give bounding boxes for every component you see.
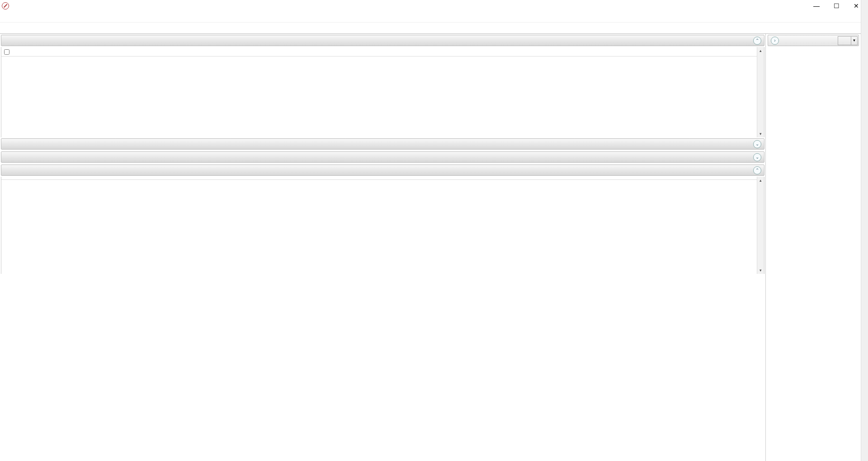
processes-table <box>1 47 757 56</box>
col-pid[interactable] <box>103 47 139 56</box>
checkbox-column[interactable] <box>1 47 12 56</box>
titlebar: — ☐ ✕ <box>0 0 868 12</box>
processes-table-wrap: ▴ ▾ <box>1 47 764 137</box>
scroll-down-icon[interactable]: ▾ <box>757 130 764 137</box>
expand-icon[interactable]: ⌄ <box>753 140 761 148</box>
scroll-up-icon[interactable]: ▴ <box>757 47 764 54</box>
expand-icon[interactable]: ⌄ <box>753 153 761 161</box>
maximize-button[interactable]: ☐ <box>826 0 846 12</box>
main-pane: ⌃ ▴ <box>0 34 766 461</box>
scroll-up-icon[interactable]: ▴ <box>757 177 764 184</box>
collapse-charts-icon[interactable]: › <box>771 37 779 45</box>
section-header-processes[interactable]: ⌃ <box>1 35 764 46</box>
tab-bar <box>0 23 868 34</box>
activity-metric-2 <box>292 142 299 146</box>
col-port[interactable] <box>590 177 644 180</box>
section-header-activity[interactable]: ⌄ <box>1 138 764 150</box>
minimize-button[interactable]: — <box>807 0 826 12</box>
ports-table-wrap: ▴ ▾ <box>1 177 764 274</box>
app-icon <box>2 2 9 9</box>
col-process[interactable] <box>1 177 103 180</box>
menubar <box>0 12 868 23</box>
col-process[interactable] <box>12 47 103 56</box>
charts-toolbar: › ▼ <box>768 35 859 46</box>
processes-scrollbar[interactable]: ▴ ▾ <box>757 47 764 137</box>
charts-pane: › ▼ <box>766 34 861 461</box>
collapse-icon[interactable]: ⌃ <box>753 37 761 45</box>
col-addr[interactable] <box>130 177 590 180</box>
blue-swatch-icon <box>292 142 296 146</box>
dropdown-icon[interactable]: ▼ <box>851 37 857 45</box>
col-recv[interactable] <box>635 47 698 56</box>
col-total[interactable] <box>698 47 757 56</box>
col-send[interactable] <box>576 47 635 56</box>
col-fw[interactable] <box>698 177 757 180</box>
views-dropdown[interactable]: ▼ <box>838 36 858 45</box>
collapse-icon[interactable]: ⌃ <box>753 166 761 174</box>
section-header-tcp[interactable]: ⌄ <box>1 151 764 163</box>
ports-table <box>1 177 757 180</box>
col-pid[interactable] <box>103 177 130 180</box>
col-proto[interactable] <box>644 177 698 180</box>
activity-metric-1 <box>140 142 147 146</box>
green-swatch-icon <box>140 142 144 146</box>
scroll-down-icon[interactable]: ▾ <box>757 267 764 274</box>
left-pane-scrollbar[interactable] <box>861 0 868 461</box>
ports-scrollbar[interactable]: ▴ ▾ <box>757 177 764 274</box>
section-header-ports[interactable]: ⌃ <box>1 165 764 176</box>
